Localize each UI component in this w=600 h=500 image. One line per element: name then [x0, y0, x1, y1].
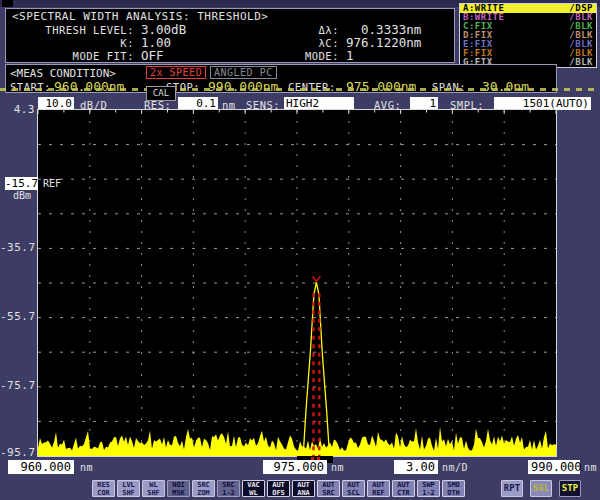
separator-dashed-line — [0, 88, 600, 91]
softkey-wl-shf[interactable]: WLSHF — [142, 480, 165, 497]
sweep-stp-button[interactable]: STP — [559, 480, 581, 497]
softkey-aut-ofs[interactable]: AUTOFS — [267, 480, 290, 497]
cal-indicator: CAL — [146, 86, 176, 101]
softkey-aut-src[interactable]: AUTSRC — [317, 480, 340, 497]
softkey-src-1-2[interactable]: SRC1-2 — [217, 480, 240, 497]
y-label-3: -75.7 — [0, 379, 35, 392]
speed-badge: 2x SPEED — [146, 66, 206, 79]
softkey-aut-ctr[interactable]: AUTCTR — [392, 480, 415, 497]
ref-level-value[interactable]: -15.7 — [5, 177, 38, 190]
y-label-4: -95.7 — [0, 446, 35, 459]
softkey-aut-ref[interactable]: AUTREF — [367, 480, 390, 497]
y-label-2: -55.7 — [0, 310, 35, 323]
sweep-sgl-button[interactable]: SGL — [530, 480, 552, 497]
x-scale-value[interactable]: 3.00 — [394, 460, 438, 474]
spectrum-trace — [38, 110, 556, 456]
analysis-row-2: MODE FIT:OFFMODE:1 — [6, 50, 452, 63]
softkey-toolbar: RESCORLVLSHFWLSHFNOIMSKSRCZOMSRC1-2VACWL… — [92, 480, 465, 497]
x-start-value[interactable]: 960.000 — [8, 460, 74, 474]
x-center-value[interactable]: 975.000 — [263, 460, 327, 474]
x-start-unit: nm — [80, 462, 93, 473]
y-label-1: -35.7 — [0, 241, 35, 254]
ref-tag: REF — [43, 178, 61, 189]
softkey-lvl-shf[interactable]: LVLSHF — [117, 480, 140, 497]
osa-screen: <SPECTRAL WIDTH ANALYSIS: THRESHOLD> THR… — [0, 0, 600, 500]
softkey-swp-1-2[interactable]: SWP1-2 — [417, 480, 440, 497]
connector-badge: ANGLED PC — [210, 66, 277, 79]
y-label-top: 4.3 — [0, 103, 35, 116]
x-stop-unit: nm — [584, 462, 597, 473]
softkey-smo-oth[interactable]: SMOOTH — [442, 480, 465, 497]
sweep-rpt-button[interactable]: RPT — [501, 480, 523, 497]
analysis-panel: <SPECTRAL WIDTH ANALYSIS: THRESHOLD> THR… — [5, 8, 455, 63]
sweep-controls: RPTSGLSTP — [501, 480, 581, 497]
x-center-unit: nm — [331, 462, 344, 473]
softkey-noi-msk[interactable]: NOIMSK — [167, 480, 190, 497]
softkey-aut-scl[interactable]: AUTSCL — [342, 480, 365, 497]
x-stop-value[interactable]: 990.000 — [528, 460, 580, 474]
activity-marker — [2, 0, 13, 7]
x-scale-unit: nm/D — [442, 462, 468, 473]
softkey-vac-wl[interactable]: VACWL — [242, 480, 265, 497]
softkey-aut-ana[interactable]: AUTANA — [292, 480, 315, 497]
softkey-src-zom[interactable]: SRCZOM — [192, 480, 215, 497]
softkey-res-cor[interactable]: RESCOR — [92, 480, 115, 497]
trace-legend: A:WRITE/DSPB:WRITE/BLKC:FIX/BLKD:FIX/BLK… — [459, 3, 597, 68]
y-axis-unit: dBm — [13, 190, 31, 201]
analysis-rows: THRESH LEVEL:3.00dBΔλ: 0.3333nmK:1.00λC:… — [6, 24, 452, 63]
